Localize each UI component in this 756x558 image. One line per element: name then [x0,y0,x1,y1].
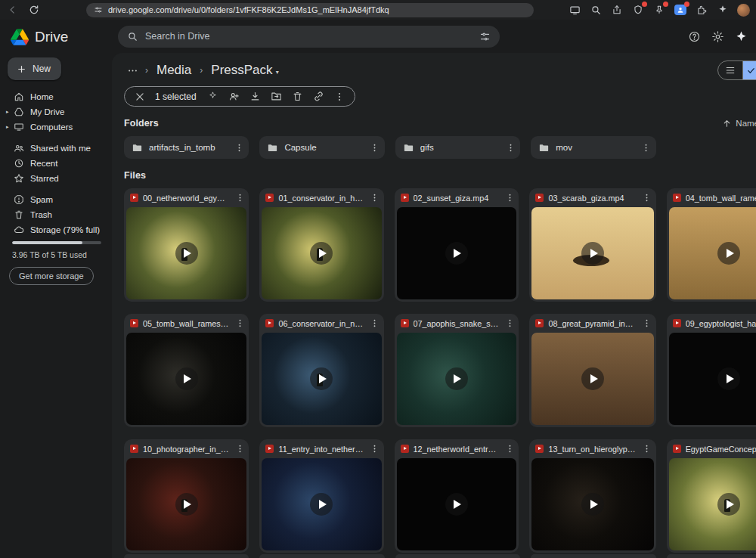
clear-selection-button[interactable] [135,91,145,102]
gemini-sparkle-icon[interactable] [735,30,748,43]
sidebar-item-my-drive[interactable]: ▸ My Drive [0,104,112,119]
play-button-overlay[interactable] [175,242,198,265]
file-more-button[interactable] [368,318,382,328]
address-bar[interactable]: drive.google.com/drive/u/0/folders/1vfFK… [86,3,534,17]
folder-chip[interactable]: mov [531,136,655,159]
file-thumbnail[interactable] [262,458,381,550]
adblock-shield-icon[interactable] [631,3,645,17]
drive-logo[interactable]: Drive [0,26,112,54]
file-thumbnail[interactable] [126,333,246,425]
file-more-button[interactable] [640,444,654,454]
browser-avatar[interactable] [737,4,750,17]
pin-extension-icon[interactable] [652,3,666,17]
get-more-storage-button[interactable]: Get more storage [9,267,94,285]
extensions-puzzle-icon[interactable] [695,3,708,17]
cast-icon[interactable] [568,3,581,17]
breadcrumb-parent[interactable]: Media [152,61,196,79]
file-card[interactable]: 00_netherworld_egy… [124,188,249,302]
reload-button[interactable] [27,3,41,17]
play-button-overlay[interactable] [581,493,604,516]
more-actions-icon[interactable] [334,91,345,102]
site-settings-icon[interactable] [94,5,103,14]
file-thumbnail[interactable] [262,333,381,425]
play-button-overlay[interactable] [175,367,198,390]
download-icon[interactable] [249,91,261,102]
file-thumbnail[interactable] [669,458,756,550]
file-more-button[interactable] [233,318,246,328]
expand-chevron-icon[interactable]: ▸ [6,109,14,115]
folder-more-button[interactable] [368,143,382,153]
sidebar-item-home[interactable]: Home [0,89,112,104]
play-button-overlay[interactable] [581,367,604,390]
file-card[interactable]: EgyptGameConcept… [667,439,756,553]
folder-more-button[interactable] [503,143,517,153]
sidebar-item-starred[interactable]: Starred [0,171,112,186]
file-thumbnail[interactable] [397,333,517,425]
file-card[interactable]: 05_tomb_wall_rames… [124,314,249,427]
file-more-button[interactable] [233,193,246,203]
sidebar-item-trash[interactable]: Trash [0,207,112,222]
search-bar[interactable] [118,26,500,48]
search-input[interactable] [145,31,472,42]
file-thumbnail[interactable] [669,207,756,299]
sidebar-item-shared[interactable]: Shared with me [0,141,112,156]
trash-action-icon[interactable] [292,91,303,102]
play-button-overlay[interactable] [445,493,468,516]
sidebar-item-spam[interactable]: Spam [0,192,112,207]
browser-profile-icon[interactable] [674,3,687,17]
grid-view-button-selected[interactable] [743,61,756,79]
gemini-sparkle-action-icon[interactable] [207,91,218,102]
play-button-overlay[interactable] [717,367,740,390]
help-icon[interactable] [688,30,701,43]
sort-control[interactable]: Name ▾ [722,119,756,129]
play-button-overlay[interactable] [175,493,198,516]
sidebar-item-computers[interactable]: ▸ Computers [0,119,112,135]
file-thumbnail[interactable] [531,333,653,425]
file-card[interactable]: 11_entry_into_nether… [259,439,383,553]
sidebar-item-storage[interactable]: Storage (79% full) [0,222,112,237]
file-card[interactable]: 02_sunset_giza.mp4 [395,188,519,302]
file-more-button[interactable] [368,444,382,454]
play-button-overlay[interactable] [717,493,740,516]
copy-link-icon[interactable] [313,91,324,102]
file-card[interactable]: 01_conservator_in_h… [259,188,383,302]
breadcrumb-collapsed-button[interactable] [124,65,141,76]
play-button-overlay[interactable] [445,242,468,265]
file-card[interactable]: 08_great_pyramid_in… [529,314,655,427]
copilot-sparkle-icon[interactable] [716,3,730,17]
file-thumbnail[interactable] [531,458,653,550]
file-thumbnail[interactable] [397,458,517,550]
list-view-button[interactable] [718,61,743,79]
file-more-button[interactable] [368,193,382,203]
sidebar-item-recent[interactable]: Recent [0,156,112,171]
play-button-overlay[interactable] [581,242,604,265]
file-thumbnail[interactable] [126,207,246,299]
file-thumbnail[interactable] [531,207,653,299]
file-thumbnail[interactable] [262,207,381,299]
play-button-overlay[interactable] [310,367,333,390]
file-more-button[interactable] [503,444,516,454]
file-more-button[interactable] [233,444,246,454]
settings-gear-icon[interactable] [711,30,724,43]
file-thumbnail[interactable] [126,458,246,550]
file-more-button[interactable] [503,193,516,203]
file-card[interactable]: 03_scarab_giza.mp4 [529,188,655,302]
file-more-button[interactable] [503,318,516,328]
play-button-overlay[interactable] [310,493,333,516]
play-button-overlay[interactable] [717,242,740,265]
sort-label[interactable]: Name [736,119,756,128]
file-card[interactable]: 04_tomb_wall_rames… [667,188,756,302]
file-card[interactable]: 06_conservator_in_n… [259,314,383,427]
move-to-folder-icon[interactable] [271,91,282,102]
file-more-button[interactable] [640,318,654,328]
sort-direction-up-icon[interactable] [722,119,732,129]
folder-chip[interactable]: gifs [395,136,520,159]
file-more-button[interactable] [640,193,654,203]
play-button-overlay[interactable] [445,367,468,390]
folder-more-button[interactable] [640,143,653,153]
back-button[interactable] [6,3,20,17]
file-card[interactable]: 10_photographer_in_… [124,439,249,553]
search-filter-icon[interactable] [479,31,491,42]
folder-chip[interactable]: artifacts_in_tomb [124,136,249,159]
file-thumbnail[interactable] [397,207,517,299]
